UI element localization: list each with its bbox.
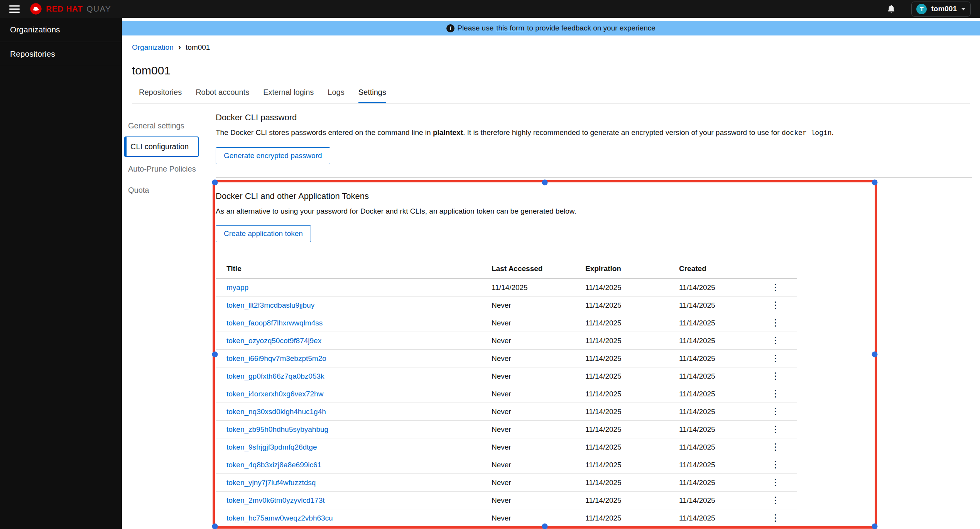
feedback-form-link[interactable]: this form xyxy=(496,24,524,32)
kebab-menu-icon[interactable]: ⋮ xyxy=(771,318,780,327)
table-row: token_llt2f3mcdbaslu9jjbuy Never 11/14/2… xyxy=(216,297,797,314)
sidebar-item[interactable]: Repositories xyxy=(0,42,122,66)
desc-text: The Docker CLI stores passwords entered … xyxy=(216,128,433,136)
kebab-menu-icon[interactable]: ⋮ xyxy=(771,478,780,487)
token-title-link[interactable]: token_ozyozq50cot9f874j9ex xyxy=(226,337,321,345)
create-application-token-button[interactable]: Create application token xyxy=(216,225,311,242)
kebab-menu-icon[interactable]: ⋮ xyxy=(771,283,780,292)
cli-password-heading: Docker CLI password xyxy=(216,112,972,123)
token-title-link[interactable]: myapp xyxy=(226,283,248,291)
kebab-menu-icon[interactable]: ⋮ xyxy=(771,442,780,452)
token-title-link[interactable]: token_i4orxerxh0xg6vex72hw xyxy=(226,390,323,398)
kebab-menu-icon[interactable]: ⋮ xyxy=(771,425,780,434)
generate-encrypted-password-button[interactable]: Generate encrypted password xyxy=(216,147,330,164)
app-tokens-description: As an alternative to using your password… xyxy=(216,206,972,216)
breadcrumb-organization-link[interactable]: Organization xyxy=(132,43,174,52)
cli-password-section: Docker CLI password The Docker CLI store… xyxy=(216,112,972,164)
last-accessed-cell: Never xyxy=(481,350,574,367)
token-title-link[interactable]: token_9sfrjgjf3pdmfq26dtge xyxy=(226,443,317,451)
created-cell: 11/14/2025 xyxy=(668,314,758,332)
token-title-link[interactable]: token_zb95h0hdhu5sybyahbug xyxy=(226,425,328,433)
kebab-menu-icon[interactable]: ⋮ xyxy=(771,354,780,363)
desc-text: . It is therefore highly recommended to … xyxy=(463,128,782,136)
token-title-link[interactable]: token_hc75amw0weqz2vbh63cu xyxy=(226,514,333,522)
last-accessed-cell: 11/14/2025 xyxy=(481,279,574,297)
expiration-cell: 11/14/2025 xyxy=(574,474,668,492)
kebab-menu-icon[interactable]: ⋮ xyxy=(771,371,780,381)
notifications-bell-icon[interactable] xyxy=(887,4,896,13)
subnav-item[interactable]: CLI configuration xyxy=(124,136,199,157)
expiration-cell: 11/14/2025 xyxy=(574,509,668,527)
last-accessed-cell: Never xyxy=(481,474,574,492)
expiration-cell: 11/14/2025 xyxy=(574,279,668,297)
token-title-link[interactable]: token_4q8b3xizj8a8e699ic61 xyxy=(226,461,321,469)
breadcrumb-chevron-icon: › xyxy=(178,43,181,52)
kebab-menu-icon[interactable]: ⋮ xyxy=(771,513,780,522)
token-title-link[interactable]: token_i66i9hqv7m3ebzpt5m2o xyxy=(226,354,326,362)
user-menu[interactable]: T tom001 xyxy=(911,2,971,17)
last-accessed-cell: Never xyxy=(481,527,574,529)
annotation-handle-top-center[interactable] xyxy=(542,180,548,185)
tokens-table: Title Last Accessed Expiration Created m… xyxy=(216,260,797,529)
token-title-link[interactable]: token_llt2f3mcdbaslu9jjbuy xyxy=(226,301,314,309)
main-content: i Please use this form to provide feedba… xyxy=(122,18,980,529)
created-cell: 11/14/2025 xyxy=(668,332,758,350)
token-title-link[interactable]: token_2mv0k6tm0yzyvlcd173t xyxy=(226,496,325,504)
kebab-menu-icon[interactable]: ⋮ xyxy=(771,336,780,345)
subnav-item[interactable]: Quota xyxy=(124,180,216,201)
token-title-link[interactable]: token_yjny7j7luf4wfuzztdsq xyxy=(226,478,316,487)
redhat-fedora-icon xyxy=(30,3,42,15)
kebab-menu-icon[interactable]: ⋮ xyxy=(771,300,780,310)
banner-text-after: to provide feedback on your experience xyxy=(527,24,656,32)
table-row: myapp 11/14/2025 11/14/2025 11/14/2025 ⋮ xyxy=(216,279,797,297)
banner-text-before: Please use xyxy=(457,24,493,32)
feedback-banner: i Please use this form to provide feedba… xyxy=(122,21,980,35)
subnav-item[interactable]: Auto-Prune Policies xyxy=(124,158,216,180)
expiration-cell: 11/14/2025 xyxy=(574,492,668,509)
table-body: myapp 11/14/2025 11/14/2025 11/14/2025 ⋮… xyxy=(216,279,797,529)
tab[interactable]: Repositories xyxy=(132,83,189,103)
expiration-cell: 11/14/2025 xyxy=(574,438,668,456)
table-row: token_faoop8f7lhxrwwqlm4ss Never 11/14/2… xyxy=(216,314,797,332)
created-cell: 11/14/2025 xyxy=(668,385,758,403)
settings-subnav: General settings CLI configuration Auto-… xyxy=(124,104,216,529)
table-row: token_yjny7j7luf4wfuzztdsq Never 11/14/2… xyxy=(216,474,797,492)
kebab-menu-icon[interactable]: ⋮ xyxy=(771,407,780,416)
tab-label: Robot accounts xyxy=(196,88,249,103)
app-tokens-heading: Docker CLI and other Application Tokens xyxy=(216,191,972,202)
kebab-menu-icon[interactable]: ⋮ xyxy=(771,495,780,505)
created-cell: 11/14/2025 xyxy=(668,403,758,421)
column-header-created: Created xyxy=(668,260,758,279)
app-tokens-section: Docker CLI and other Application Tokens … xyxy=(216,178,972,529)
brand-primary-text: RED HAT xyxy=(46,4,83,13)
hamburger-menu-icon[interactable] xyxy=(9,5,20,13)
expiration-cell: 11/14/2025 xyxy=(574,456,668,474)
subnav-item[interactable]: General settings xyxy=(124,115,216,136)
brand-logo[interactable]: RED HAT QUAY xyxy=(30,3,111,15)
tab[interactable]: Settings xyxy=(351,83,393,103)
last-accessed-cell: Never xyxy=(481,403,574,421)
token-title-link[interactable]: token_nq30xsd0kigh4huc1g4h xyxy=(226,408,326,416)
brand-secondary-text: QUAY xyxy=(86,4,111,13)
column-header-expiration: Expiration xyxy=(574,260,668,279)
token-title-link[interactable]: token_gp0fxth66z7qa0bz053k xyxy=(226,372,324,380)
kebab-menu-icon[interactable]: ⋮ xyxy=(771,460,780,469)
settings-panel: Docker CLI password The Docker CLI store… xyxy=(216,104,980,529)
table-row: token_zb95h0hdhu5sybyahbug Never 11/14/2… xyxy=(216,421,797,438)
tab[interactable]: Logs xyxy=(321,83,351,103)
expiration-cell: 11/14/2025 xyxy=(574,350,668,367)
tab-label: Settings xyxy=(358,88,386,103)
created-cell: 11/14/2025 xyxy=(668,509,758,527)
annotation-handle-top-right[interactable] xyxy=(872,180,878,185)
last-accessed-cell: Never xyxy=(481,492,574,509)
token-title-link[interactable]: token_faoop8f7lhxrwwqlm4ss xyxy=(226,319,323,327)
annotation-handle-bottom-right[interactable] xyxy=(872,524,878,529)
annotation-handle-mid-right[interactable] xyxy=(872,352,878,357)
kebab-menu-icon[interactable]: ⋮ xyxy=(771,389,780,398)
tab[interactable]: External logins xyxy=(256,83,321,103)
column-header-last-accessed: Last Accessed xyxy=(481,260,574,279)
sidebar-item[interactable]: Organizations xyxy=(0,18,122,42)
expiration-cell: 11/14/2025 xyxy=(574,314,668,332)
created-cell: 11/14/2025 xyxy=(668,438,758,456)
tab[interactable]: Robot accounts xyxy=(189,83,256,103)
